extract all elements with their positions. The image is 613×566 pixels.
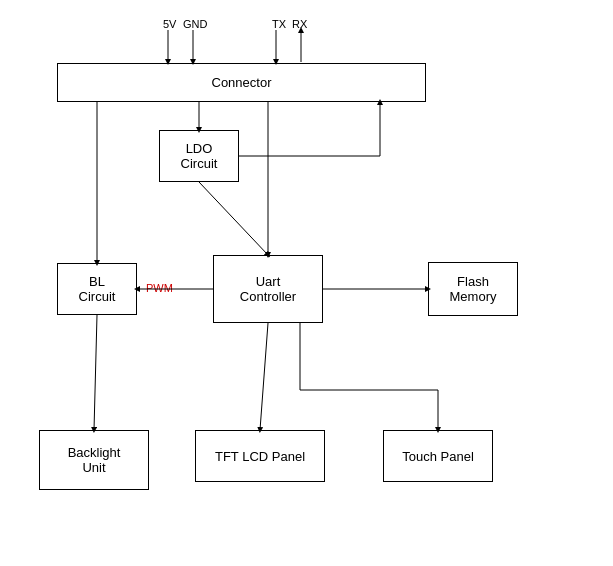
diagram: 5V GND TX RX Connector LDO Circuit BL Ci… — [0, 0, 613, 566]
backlight-unit-box: Backlight Unit — [39, 430, 149, 490]
pwm-label: PWM — [146, 282, 173, 294]
ldo-label: LDO Circuit — [181, 141, 218, 171]
label-rx: RX — [292, 18, 307, 30]
tft-lcd-box: TFT LCD Panel — [195, 430, 325, 482]
uart-box: Uart Controller — [213, 255, 323, 323]
svg-line-15 — [260, 323, 268, 430]
svg-line-8 — [199, 182, 268, 255]
uart-label: Uart Controller — [240, 274, 296, 304]
bl-circuit-label: BL Circuit — [79, 274, 116, 304]
backlight-unit-label: Backlight Unit — [68, 445, 121, 475]
ldo-box: LDO Circuit — [159, 130, 239, 182]
tft-lcd-label: TFT LCD Panel — [215, 449, 305, 464]
label-tx: TX — [272, 18, 286, 30]
flash-memory-box: Flash Memory — [428, 262, 518, 316]
label-5v: 5V — [163, 18, 176, 30]
touch-panel-label: Touch Panel — [402, 449, 474, 464]
touch-panel-box: Touch Panel — [383, 430, 493, 482]
flash-memory-label: Flash Memory — [450, 274, 497, 304]
connector-label: Connector — [212, 75, 272, 90]
label-gnd: GND — [183, 18, 207, 30]
connector-box: Connector — [57, 63, 426, 102]
bl-circuit-box: BL Circuit — [57, 263, 137, 315]
svg-line-14 — [94, 315, 97, 430]
